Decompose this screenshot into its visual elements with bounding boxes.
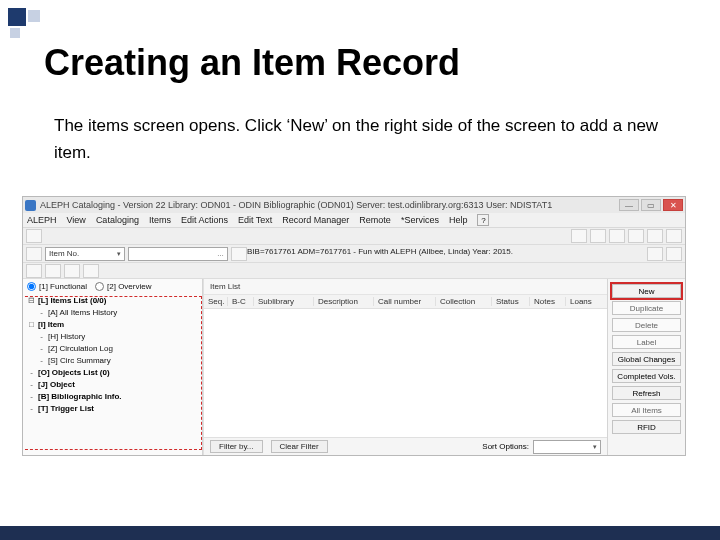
toolbar-icon[interactable]	[590, 229, 606, 243]
tree-node-label: [J] Object	[38, 379, 75, 391]
col-sublibrary[interactable]: Sublibrary	[258, 297, 314, 306]
radio-overview[interactable]: [2] Overview	[95, 282, 151, 291]
toolbar-row-3	[23, 263, 685, 279]
clear-filter-button[interactable]: Clear Filter	[271, 440, 328, 453]
item-number-combo[interactable]: Item No. ▾	[45, 247, 125, 261]
toolbar-icon[interactable]	[628, 229, 644, 243]
slide-bottom-bar	[0, 526, 720, 540]
toolbar-icon[interactable]	[647, 229, 663, 243]
duplicate-button[interactable]: Duplicate	[612, 301, 681, 315]
left-arrow-icon[interactable]	[45, 264, 61, 278]
radio-functional-input[interactable]	[27, 282, 36, 291]
right-arrow-icon[interactable]	[64, 264, 80, 278]
menu-record-manager[interactable]: Record Manager	[282, 215, 349, 225]
chevron-down-icon: ▾	[593, 443, 597, 451]
filter-by-button[interactable]: Filter by...	[210, 440, 263, 453]
tree-twisty-icon: -	[37, 307, 46, 319]
menu-items[interactable]: Items	[149, 215, 171, 225]
tree-node[interactable]: -[B] Bibliographic Info.	[27, 391, 198, 403]
maximize-button[interactable]: ▭	[641, 199, 661, 211]
col-loans[interactable]: Loans	[570, 297, 602, 306]
tree-node-label: [O] Objects List (0)	[38, 367, 110, 379]
toolbar-row-1	[23, 228, 685, 245]
tree-node[interactable]: -[O] Objects List (0)	[27, 367, 198, 379]
tree-twisty-icon: -	[27, 403, 36, 415]
tree-node[interactable]: -[H] History	[27, 331, 198, 343]
new-button[interactable]: New	[612, 284, 681, 298]
tree-node-label: [I] Item	[38, 319, 64, 331]
completed-vols-button[interactable]: Completed Vols.	[612, 369, 681, 383]
toolbar-mode-icon[interactable]	[26, 247, 42, 261]
equals-icon[interactable]	[26, 264, 42, 278]
delete-button[interactable]: Delete	[612, 318, 681, 332]
menu-services[interactable]: *Services	[401, 215, 439, 225]
sort-options-label: Sort Options:	[482, 442, 529, 451]
tree-node[interactable]: ⊟[L] Items List (0/0)	[27, 295, 198, 307]
menu-edit-actions[interactable]: Edit Actions	[181, 215, 228, 225]
refresh-button[interactable]: Refresh	[612, 386, 681, 400]
navigation-tree[interactable]: ⊟[L] Items List (0/0)-[A] All Items Hist…	[27, 295, 198, 415]
slide-title: Creating an Item Record	[44, 42, 460, 84]
sort-options-combo[interactable]: ▾	[533, 440, 601, 454]
toolbar-icon[interactable]	[609, 229, 625, 243]
col-status[interactable]: Status	[496, 297, 530, 306]
toolbar-icon[interactable]	[666, 229, 682, 243]
tree-node-label: [L] Items List (0/0)	[38, 295, 106, 307]
radio-overview-label: [2] Overview	[107, 282, 151, 291]
radio-functional[interactable]: [1] Functional	[27, 282, 87, 291]
all-items-button[interactable]: All Items	[612, 403, 681, 417]
col-notes[interactable]: Notes	[534, 297, 566, 306]
item-list-body	[204, 309, 607, 437]
bib-info-text: BIB=7617761 ADM=7617761 - Fun with ALEPH…	[247, 247, 677, 256]
tree-node[interactable]: □[I] Item	[27, 319, 198, 331]
binoculars-icon[interactable]	[83, 264, 99, 278]
toolbar-icon[interactable]	[26, 229, 42, 243]
toolbar-icon[interactable]	[571, 229, 587, 243]
tree-node[interactable]: -[A] All Items History	[27, 307, 198, 319]
col-bc[interactable]: B-C	[232, 297, 254, 306]
item-list-title: Item List	[204, 279, 607, 295]
radio-functional-label: [1] Functional	[39, 282, 87, 291]
slide-body-text: The items screen opens. Click ‘New’ on t…	[54, 112, 660, 166]
menu-aleph[interactable]: ALEPH	[27, 215, 57, 225]
label-button[interactable]: Label	[612, 335, 681, 349]
col-collection[interactable]: Collection	[440, 297, 492, 306]
go-arrow-icon[interactable]	[231, 247, 247, 261]
app-icon	[25, 200, 36, 211]
help-icon[interactable]: ?	[477, 214, 489, 226]
chevron-down-icon: ▾	[117, 250, 121, 258]
col-description[interactable]: Description	[318, 297, 374, 306]
tree-twisty-icon: -	[37, 355, 46, 367]
global-changes-button[interactable]: Global Changes	[612, 352, 681, 366]
toolbar-row-2: Item No. ▾ … BIB=7617761 ADM=7617761 - F…	[23, 245, 685, 263]
tree-node-label: [H] History	[48, 331, 85, 343]
main-area: [1] Functional [2] Overview ⊟[L] Items L…	[23, 279, 685, 455]
tree-node-label: [B] Bibliographic Info.	[38, 391, 122, 403]
col-callnumber[interactable]: Call number	[378, 297, 436, 306]
tree-node[interactable]: -[Z] Circulation Log	[27, 343, 198, 355]
item-list-pane: Item List Seq. B-C Sublibrary Descriptio…	[203, 279, 607, 455]
ellipsis-icon: …	[217, 250, 224, 257]
tree-node[interactable]: -[S] Circ Summary	[27, 355, 198, 367]
tree-node[interactable]: -[J] Object	[27, 379, 198, 391]
tree-twisty-icon: -	[27, 391, 36, 403]
tree-twisty-icon: -	[37, 331, 46, 343]
menu-view[interactable]: View	[67, 215, 86, 225]
menu-cataloging[interactable]: Cataloging	[96, 215, 139, 225]
close-button[interactable]: ✕	[663, 199, 683, 211]
rfid-button[interactable]: RFID	[612, 420, 681, 434]
menu-edit-text[interactable]: Edit Text	[238, 215, 272, 225]
titlebar-text: ALEPH Cataloging - Version 22 Library: O…	[40, 200, 552, 210]
tree-node-label: [A] All Items History	[48, 307, 117, 319]
navigation-tree-pane: [1] Functional [2] Overview ⊟[L] Items L…	[23, 279, 203, 455]
tree-twisty-icon: □	[27, 319, 36, 331]
minimize-button[interactable]: —	[619, 199, 639, 211]
tree-node[interactable]: -[T] Trigger List	[27, 403, 198, 415]
filter-bar: Filter by... Clear Filter Sort Options: …	[204, 437, 607, 455]
slide-corner-decoration	[8, 8, 26, 26]
menu-remote[interactable]: Remote	[359, 215, 391, 225]
menu-help[interactable]: Help	[449, 215, 468, 225]
item-number-input[interactable]: …	[128, 247, 228, 261]
col-seq[interactable]: Seq.	[208, 297, 228, 306]
radio-overview-input[interactable]	[95, 282, 104, 291]
